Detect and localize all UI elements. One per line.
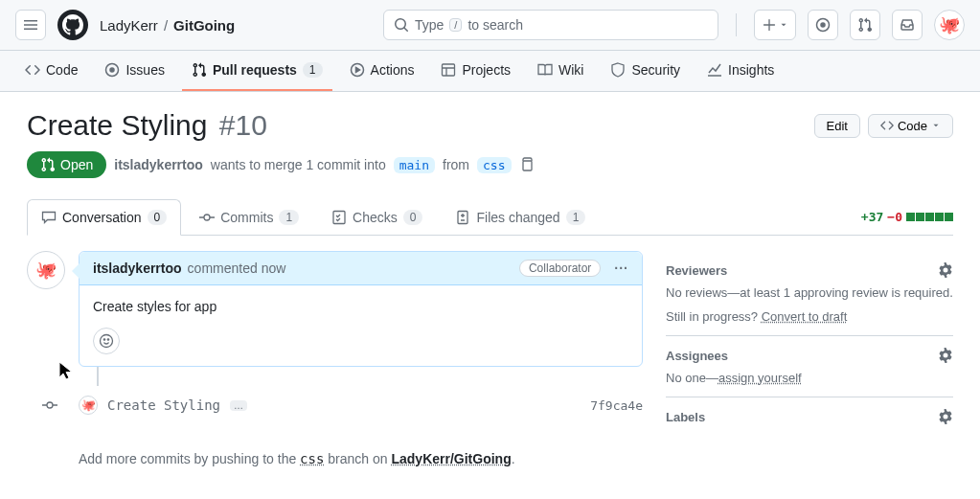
checklist-icon bbox=[331, 210, 347, 225]
labels-title: Labels bbox=[666, 410, 705, 424]
issues-button[interactable] bbox=[808, 10, 838, 40]
github-logo[interactable] bbox=[57, 10, 88, 40]
pr-merge-text-1: wants to merge 1 commit into bbox=[211, 157, 386, 172]
comment-timestamp: commented now bbox=[188, 261, 286, 276]
caret-down-icon bbox=[931, 121, 941, 130]
svg-rect-5 bbox=[443, 64, 455, 76]
user-avatar[interactable]: 🐙 bbox=[934, 10, 965, 40]
file-diff-icon bbox=[455, 210, 470, 225]
nav-code[interactable]: Code bbox=[15, 51, 87, 91]
assignees-text: No one—assign yourself bbox=[666, 371, 953, 385]
pr-author[interactable]: itsladykerrtoo bbox=[114, 157, 203, 172]
commit-avatar[interactable]: 🐙 bbox=[79, 396, 98, 415]
tab-commits[interactable]: Commits 1 bbox=[185, 199, 313, 236]
plus-icon bbox=[763, 18, 776, 32]
comment-menu-button[interactable]: ··· bbox=[614, 261, 628, 276]
comment-avatar[interactable]: 🐙 bbox=[27, 251, 65, 289]
svg-rect-6 bbox=[523, 161, 532, 170]
breadcrumb-repo[interactable]: GitGoing bbox=[173, 17, 235, 34]
search-placeholder-suffix: to search bbox=[467, 17, 523, 33]
code-btn-label: Code bbox=[898, 119, 927, 133]
git-pull-request-icon bbox=[857, 17, 873, 33]
nav-projects-label: Projects bbox=[462, 62, 511, 78]
breadcrumb-owner[interactable]: LadyKerr bbox=[100, 17, 158, 34]
sidebar-assignees-header[interactable]: Assignees bbox=[666, 348, 953, 363]
edit-button[interactable]: Edit bbox=[814, 114, 860, 138]
pr-merge-text-2: from bbox=[443, 157, 469, 172]
nav-security-label: Security bbox=[631, 62, 680, 78]
sidebar-reviewers: Reviewers No reviews—at least 1 approvin… bbox=[666, 251, 953, 336]
pr-body: 🐙 itsladykerrtoo commented now Collabora… bbox=[27, 251, 953, 466]
create-new-button[interactable] bbox=[754, 10, 796, 40]
push-hint-p3: . bbox=[512, 451, 515, 466]
smiley-icon bbox=[99, 333, 114, 349]
play-icon bbox=[350, 62, 365, 78]
comment-body: Create styles for app bbox=[80, 285, 642, 328]
nav-pull-requests[interactable]: Pull requests 1 bbox=[182, 51, 332, 91]
reviewers-title: Reviewers bbox=[666, 263, 727, 278]
base-branch[interactable]: main bbox=[394, 157, 435, 173]
sidebar-labels: Labels bbox=[666, 397, 953, 443]
pr-meta: Open itsladykerrtoo wants to merge 1 com… bbox=[27, 151, 953, 178]
svg-point-3 bbox=[110, 68, 114, 72]
assignees-none: No one— bbox=[666, 371, 718, 385]
state-label: Open bbox=[60, 157, 93, 172]
pr-title-actions: Edit Code bbox=[814, 114, 953, 138]
pr-sidebar: Reviewers No reviews—at least 1 approvin… bbox=[666, 251, 953, 466]
header-divider bbox=[736, 13, 737, 36]
pull-requests-button[interactable] bbox=[850, 10, 880, 40]
nav-security[interactable]: Security bbox=[601, 51, 690, 91]
push-hint-repo[interactable]: LadyKerr/GitGoing bbox=[391, 451, 511, 466]
convert-to-draft-link[interactable]: Convert to draft bbox=[762, 309, 848, 324]
add-reaction-button[interactable] bbox=[93, 328, 120, 354]
sidebar-reviewers-header[interactable]: Reviewers bbox=[666, 262, 953, 278]
nav-wiki[interactable]: Wiki bbox=[528, 51, 593, 91]
commit-expand-button[interactable]: … bbox=[230, 400, 247, 411]
issue-icon bbox=[104, 62, 120, 78]
tab-conversation[interactable]: Conversation 0 bbox=[27, 199, 181, 236]
progress-text: Still in progress? bbox=[666, 309, 762, 324]
nav-issues[interactable]: Issues bbox=[95, 51, 173, 91]
code-dropdown-button[interactable]: Code bbox=[868, 114, 953, 138]
shield-icon bbox=[610, 62, 626, 78]
collaborator-badge: Collaborator bbox=[519, 260, 601, 277]
commit-title[interactable]: Create Styling bbox=[107, 397, 220, 413]
comment-item: 🐙 itsladykerrtoo commented now Collabora… bbox=[27, 251, 643, 367]
nav-insights[interactable]: Insights bbox=[697, 51, 784, 91]
comment-author[interactable]: itsladykerrtoo bbox=[93, 261, 182, 276]
search-input[interactable]: Type / to search bbox=[383, 10, 718, 40]
pr-container: Create Styling #10 Edit Code Open itslad… bbox=[0, 92, 980, 466]
git-pull-request-icon bbox=[40, 157, 56, 172]
state-badge: Open bbox=[27, 151, 106, 178]
tab-conversation-label: Conversation bbox=[62, 210, 142, 225]
caret-down-icon bbox=[779, 20, 788, 30]
commit-dot bbox=[42, 397, 57, 413]
head-branch[interactable]: css bbox=[477, 157, 511, 173]
copy-branch-button[interactable] bbox=[519, 157, 535, 172]
tab-checks[interactable]: Checks 0 bbox=[317, 199, 437, 236]
hamburger-menu[interactable] bbox=[15, 10, 46, 40]
sidebar-labels-header[interactable]: Labels bbox=[666, 409, 953, 424]
search-icon bbox=[394, 17, 409, 33]
diff-blocks bbox=[906, 213, 953, 221]
comment-box: itsladykerrtoo commented now Collaborato… bbox=[79, 251, 643, 367]
notifications-button[interactable] bbox=[892, 10, 923, 40]
commit-row: 🐙 Create Styling … 7f9ca4e bbox=[79, 386, 643, 424]
nav-issues-label: Issues bbox=[125, 62, 164, 78]
comment-icon bbox=[41, 210, 57, 225]
nav-actions[interactable]: Actions bbox=[340, 51, 424, 91]
push-hint-p1: Add more commits by pushing to the bbox=[79, 451, 300, 466]
diff-additions: +37 bbox=[861, 210, 883, 224]
code-icon bbox=[25, 62, 40, 78]
nav-projects[interactable]: Projects bbox=[431, 51, 520, 91]
commit-sha[interactable]: 7f9ca4e bbox=[590, 398, 643, 413]
tab-commits-count: 1 bbox=[279, 210, 299, 225]
tab-checks-count: 0 bbox=[403, 210, 423, 225]
breadcrumb: LadyKerr / GitGoing bbox=[100, 17, 235, 34]
tab-files-count: 1 bbox=[566, 210, 586, 225]
assign-yourself-link[interactable]: assign yourself bbox=[718, 371, 802, 385]
tab-files-changed[interactable]: Files changed 1 bbox=[441, 199, 600, 236]
push-hint-branch[interactable]: css bbox=[300, 451, 324, 466]
reaction-row bbox=[80, 328, 642, 366]
breadcrumb-separator: / bbox=[164, 17, 168, 34]
